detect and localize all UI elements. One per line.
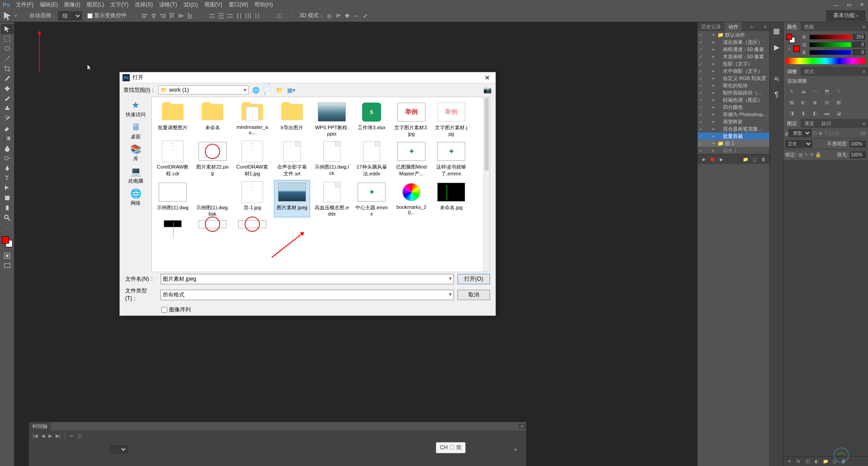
file-item[interactable] — [234, 219, 270, 228]
foreground-color[interactable] — [2, 236, 9, 244]
auto-align[interactable] — [275, 12, 283, 20]
file-item[interactable]: 图片素材22.png — [194, 139, 231, 178]
align-bottom[interactable] — [186, 12, 194, 20]
action-row[interactable]: ✓▸存储为 Photoshop... — [698, 111, 769, 118]
file-list[interactable]: 批量调整图片未命名mindmaster_au...lr导出图片WPS PPT教程… — [151, 97, 490, 272]
up-button[interactable]: 📄↑ — [263, 85, 272, 94]
channels-tab[interactable]: 通道 — [801, 119, 818, 128]
g-value[interactable] — [853, 42, 865, 47]
3d-scale[interactable]: ⤢ — [361, 12, 369, 20]
file-item[interactable]: ✦中心主题.emmx — [354, 180, 390, 217]
file-item[interactable]: 示例图(1).dwg — [155, 180, 191, 217]
fill-value[interactable] — [850, 151, 866, 158]
paths-tab[interactable]: 路径 — [818, 119, 835, 128]
align-hcenter[interactable] — [150, 12, 158, 20]
menu-layer[interactable]: 图层(L) — [84, 0, 108, 10]
file-item[interactable]: WPS PPT教程.pptx — [314, 100, 350, 137]
file-scrollbar[interactable] — [483, 97, 490, 272]
actions-menu-icon[interactable]: ≡ — [761, 24, 769, 29]
strip-histogram-icon[interactable]: ▦ — [772, 26, 782, 36]
align-top[interactable] — [168, 12, 176, 20]
shape-tool[interactable] — [1, 193, 14, 203]
layers-empty-area[interactable] — [783, 160, 868, 456]
action-row[interactable]: ✓▸混合器画笔克隆... — [698, 125, 769, 132]
filter-toggle[interactable] — [860, 131, 866, 136]
adjustments-menu-icon[interactable]: ≡ — [860, 69, 868, 74]
file-item[interactable]: 会声会影字幕文件.srt — [274, 139, 310, 178]
adj-thresh-icon[interactable]: ◧ — [811, 109, 820, 117]
3d-slide[interactable]: ↔ — [352, 12, 360, 20]
adj-exposure-icon[interactable]: ⬒ — [822, 87, 831, 95]
action-row[interactable]: ✓▸熔化的铅块 — [698, 82, 769, 89]
action-row[interactable]: ✓▸水中倒影（文字） — [698, 67, 769, 75]
timeline-next[interactable]: ▶| — [56, 433, 61, 439]
actions-dropdown-icon[interactable]: » — [748, 24, 756, 29]
action-new[interactable]: ◻ — [750, 155, 759, 164]
adj-gradmap-icon[interactable]: ▬ — [822, 109, 831, 117]
file-item[interactable]: 示例图(1).dwg.bak — [194, 180, 231, 217]
image-sequence-checkbox[interactable]: 图像序列 — [161, 306, 490, 314]
dialog-close-button[interactable]: ✕ — [482, 74, 493, 81]
type-tool[interactable]: T — [1, 173, 14, 183]
window-minimize[interactable]: — — [830, 0, 843, 9]
filetype-dropdown[interactable]: 所有格式▾ — [160, 290, 454, 300]
wand-tool[interactable] — [1, 54, 14, 64]
action-row[interactable]: ✓▸木质画框 - 50 像素 — [698, 53, 769, 60]
newfolder-button[interactable]: 📁 — [275, 85, 284, 94]
gradient-tool[interactable] — [1, 133, 14, 143]
opacity-value[interactable] — [850, 141, 866, 147]
dist-4[interactable] — [235, 12, 243, 20]
file-item[interactable]: 图片素材.jpeg — [274, 180, 310, 217]
timeline-play[interactable]: ▶ — [48, 433, 52, 439]
3d-orbit[interactable]: ◎ — [325, 12, 333, 20]
file-item[interactable]: 未命名 — [194, 100, 231, 137]
pen-tool[interactable] — [1, 163, 14, 173]
file-item[interactable]: ·········页-1.jpg — [234, 180, 270, 217]
dist-5[interactable] — [244, 12, 252, 20]
action-delete[interactable]: 🗑 — [760, 155, 768, 164]
layer-link[interactable]: ⚭ — [785, 457, 793, 466]
open-button[interactable]: 打开(O) — [458, 274, 490, 284]
file-item[interactable]: mindmaster_au... — [234, 100, 270, 137]
dist-3[interactable] — [226, 12, 234, 20]
action-play[interactable]: ▶ — [717, 155, 726, 164]
timeline-first[interactable]: |◀ — [33, 433, 38, 439]
camera-icon[interactable]: 📷 — [483, 86, 492, 94]
file-item[interactable]: 举例文字图片素材.jpg — [433, 100, 469, 137]
adj-selective-icon[interactable]: ◪ — [834, 109, 843, 117]
menu-type[interactable]: 文字(Y) — [107, 0, 132, 10]
show-transform-checkbox[interactable]: 显示变换控件 — [87, 12, 127, 19]
action-row[interactable]: ✓▸投影（文字） — [698, 60, 769, 67]
file-item[interactable]: ✦这样读书就够了.emmx — [433, 139, 469, 178]
timeline-add-button[interactable]: + — [511, 445, 520, 454]
layers-menu-icon[interactable]: ≡ — [860, 121, 868, 126]
dist-2[interactable] — [217, 12, 225, 20]
crop-tool[interactable] — [1, 64, 14, 74]
timeline-menu[interactable]: ≡ — [518, 424, 526, 429]
auto-select-dropdown[interactable]: 组 — [58, 11, 82, 20]
dodge-tool[interactable] — [1, 153, 14, 163]
file-item[interactable]: S工作簿3.xlsx — [354, 100, 390, 137]
file-item[interactable]: 批量调整图片 — [155, 100, 191, 137]
adj-curves-icon[interactable]: 〰 — [811, 87, 820, 95]
sidebar-thispc[interactable]: 💻此电脑 — [128, 166, 143, 184]
action-row[interactable]: ✓▾📁 默认动作 — [698, 31, 769, 38]
lasso-tool[interactable] — [1, 44, 14, 54]
strip-char-icon[interactable]: A| — [772, 74, 782, 84]
align-right[interactable] — [159, 12, 167, 20]
action-row[interactable]: ✓▸渐变映射 — [698, 118, 769, 125]
layer-mask[interactable]: ◫ — [803, 457, 811, 466]
file-item[interactable]: ·········CorelDRAW教程.cdr — [155, 139, 191, 178]
adjustments-tab[interactable]: 调整 — [783, 67, 801, 76]
screenmode-tool[interactable] — [1, 261, 14, 271]
action-row[interactable]: ✓▸淡出效果（选区） — [698, 38, 769, 46]
filter-kind[interactable]: 类型 — [789, 129, 811, 137]
eraser-tool[interactable] — [1, 123, 14, 133]
eyedropper-tool[interactable] — [1, 74, 14, 84]
menu-select[interactable]: 选择(S) — [132, 0, 156, 10]
layers-tab[interactable]: 图层 — [783, 119, 801, 128]
3d-roll[interactable]: ⟳ — [334, 12, 342, 20]
r-slider[interactable] — [810, 35, 851, 39]
viewmenu-button[interactable]: ▦▾ — [287, 85, 296, 94]
ime-indicator[interactable]: CH 〇 简 — [436, 442, 466, 453]
